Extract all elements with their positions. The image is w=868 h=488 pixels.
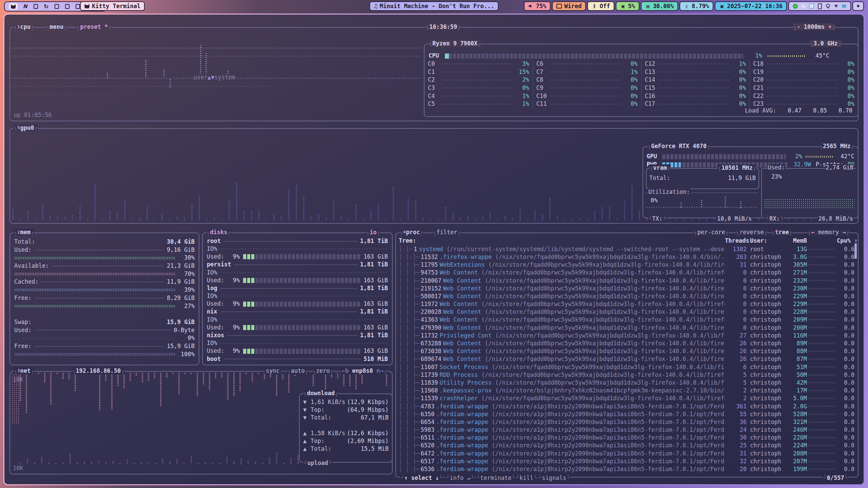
workspace-icon[interactable] [43,3,49,10]
load-average: Load AVG: 0.47 0.85 0.70 [745,107,852,115]
process-row[interactable]: │ │ ├─6472.ferdium-wrappe (/nix/store/a1… [396,450,858,458]
workspace-icon[interactable] [22,3,28,10]
core-row: C130% [642,68,750,76]
tray-icon[interactable] [817,4,822,9]
volume-module[interactable]: 75% [524,1,551,11]
process-row[interactable]: │ │ ├─11732Privileged Cont (/nix/store/f… [396,332,858,340]
gpu-panel-title[interactable]: ┐5gpu0┌ [14,124,38,131]
net-panel-title[interactable]: ┐3net┌ [14,367,34,374]
core-row: C22% [425,76,533,84]
network-module[interactable]: Wired [552,1,586,11]
disk-used-meter [243,254,360,259]
filter-button[interactable]: ┐filter┌ [433,229,461,236]
swap-total-row: Swap:15,9 GiB [10,318,199,326]
process-row[interactable]: │ │ ├─94753Web Content (/nix/store/fqadd… [396,269,858,277]
select-buttons[interactable]: ┘↑ select ↓└ [400,474,443,481]
workspace-icon[interactable] [9,3,18,10]
net-interface-switcher[interactable]: ┐←b enp8s0 n→┌ [338,367,387,374]
info-button[interactable]: ┘info ↵└ [446,474,475,481]
disks-panel-title[interactable]: ┐disks┌ [206,229,231,236]
process-row[interactable]: │ │ ├─689674Web Content (/nix/store/fqad… [396,355,858,363]
kill-button[interactable]: ┘kill└ [515,474,537,481]
net-zero-button[interactable]: ┐zero┌ [312,367,334,374]
menu-button[interactable]: ┐menu┌ [46,23,67,30]
process-row[interactable]: │ │ ├─41363Web Content (/nix/store/fqadd… [396,316,858,324]
tray-icon[interactable] [833,4,839,9]
net-ip-address: ┐192.168.86.50┌ [72,367,125,374]
workspace-icon[interactable] [64,3,70,10]
process-row[interactable]: │ │ ├─6350.ferdium-wrappe (/nix/store/a1… [396,410,858,418]
cpu-panel-title[interactable]: ┐1cpu┌ [14,23,34,30]
tray-icon[interactable] [793,4,798,9]
mem-cached-row: Cached:11,9 GiB [10,278,199,286]
clock-module[interactable]: ▦ 2025-07-22 16:36 [715,1,787,11]
process-row[interactable]: │ │ ├─5983.ferdium-wrappe (/nix/store/a1… [396,426,858,434]
tree-toggle[interactable]: ┐tree┌ [771,229,793,236]
process-row[interactable]: │ │ ├─11795WebExtensions (/nix/store/fqa… [396,261,858,269]
bluetooth-module[interactable]: Off [587,1,614,11]
proc-panel-title[interactable]: ┐4proc┌ [399,229,424,236]
preset-button[interactable]: ┐preset *┌ [76,23,112,30]
process-row[interactable]: │ │ ├─11607Socket Process (/nix/store/fq… [396,363,858,371]
clock-value: 2025-07-22 16:36 [727,1,783,11]
disk-icon: ▯ [684,1,689,11]
disk-entry: log1,81 TiB IO% Used:9%163 GiB [203,284,392,308]
graph-legend[interactable]: user▲▼system [193,74,236,81]
memory-panel-title[interactable]: ┐2mem┌ [14,229,34,236]
process-table-header[interactable]: Tree: Threads: User: MemB Cpu% ↑ [396,237,858,245]
swap-free-meter [14,353,176,356]
process-row[interactable]: │ [-]─11532.firefox-wrappe (/nix/store/f… [396,253,858,261]
tray-icon[interactable] [825,4,830,9]
core-row: C160% [642,92,750,100]
process-row[interactable]: │ │ ├─6511.ferdium-wrappe (/nix/store/a1… [396,434,858,442]
per-core-toggle[interactable]: ┐per-core┌ [694,229,729,236]
disk-entry: nix1,81 TiB IO% Used:9%163 GiB [203,308,392,332]
process-row[interactable]: │ │ ├─673038Web Content (/nix/store/fqad… [396,347,858,355]
io-mode-button[interactable]: ┐io┌ [366,229,380,236]
gpu-frequency: ┐2565 MHz┌ [819,143,854,149]
cpu-temp: 45°C [810,52,829,60]
process-scrollbar[interactable] [854,243,857,259]
process-row[interactable]: │ │ ├─220028Web Content (/nix/store/fqad… [396,308,858,316]
utilization-label: Utilization: [648,188,690,195]
process-row[interactable]: │ │ ├─6536.ferdium-wrappe (/nix/store/a1… [396,465,858,473]
memory-module[interactable]: ▤ 30.06% [641,1,678,11]
net-auto-button[interactable]: ┐auto┌ [287,367,309,374]
process-row[interactable]: │ │ ├─219152Web Content (/nix/store/fqad… [396,285,858,292]
terminate-button[interactable]: ┘terminate└ [476,474,516,481]
update-interval-control[interactable]: ┐- 1000ms +┌ [793,23,835,30]
process-row[interactable]: │ │ ├─6520.ferdium-wrappe (/nix/store/a1… [396,442,858,450]
process-row[interactable]: │ │ ├─11539crashhelper (/nix/store/fqadd… [396,395,858,403]
disk-module[interactable]: ▯ 8.79% [679,1,713,11]
workspace-icon[interactable] [33,3,39,10]
process-row[interactable]: │ │ ├─6517.ferdium-wrappe (/nix/store/a1… [396,458,858,465]
window-title: Kitty Terminal [92,1,140,11]
process-row[interactable]: │ │ ├─479390Web Content (/nix/store/fqad… [396,324,858,332]
process-row[interactable]: │ │ ├─11839Utility Process (/nix/store/f… [396,379,858,387]
download-stat-row: ▼Top:(64,9 Mibps) [300,406,392,414]
process-row[interactable]: [-]─1systemd (/run/current-system/system… [396,245,858,253]
process-row[interactable]: │ [-]─4783.ferdium-wrappe (/nix/store/a1… [396,403,858,410]
process-row[interactable]: │ │ ├─580017Web Content (/nix/store/fqad… [396,292,858,300]
net-sync-button[interactable]: ┐sync┌ [262,367,283,374]
process-row[interactable]: │ │ ├─11972Web Content (/nix/store/fqadd… [396,300,858,308]
workspace-icon[interactable] [54,3,60,10]
tray-icon[interactable] [801,4,806,9]
signals-button[interactable]: ┘signals└ [538,474,570,481]
cpu-module[interactable]: ▣ 5% [616,1,639,11]
cpu-panel: ┐1cpu┌ ┐menu┌ ┐preset *┌ ┐16:36:59┌ ┐- 1… [9,27,859,121]
process-row[interactable]: │ │ ├─11739RDD Process (/nix/store/fqadd… [396,371,858,379]
process-row[interactable]: │ │ ├─11968.keepassxc-prox (/nix/store/b… [396,387,858,394]
cpu-total-label: CPU [429,52,445,60]
tray-icon[interactable] [809,4,814,9]
core-row: C170% [642,100,750,108]
process-row[interactable]: │ │ ├─673288Web Content (/nix/store/fqad… [396,340,858,347]
music-module[interactable]: ♫ Minuit Machine - Don't Run Fro... [369,1,498,11]
sort-column-switcher[interactable]: ┐← memory →┌ [807,229,850,236]
notification-module[interactable] [852,1,864,11]
tray-icon[interactable] [842,4,847,9]
process-row[interactable]: │ │ ├─218067Web Content (/nix/store/fqad… [396,277,858,285]
process-row[interactable]: │ │ ├─6654.ferdium-wrappe (/nix/store/a1… [396,418,858,426]
reverse-toggle[interactable]: ┐reverse┌ [736,229,768,236]
core-row: C121% [642,60,750,68]
